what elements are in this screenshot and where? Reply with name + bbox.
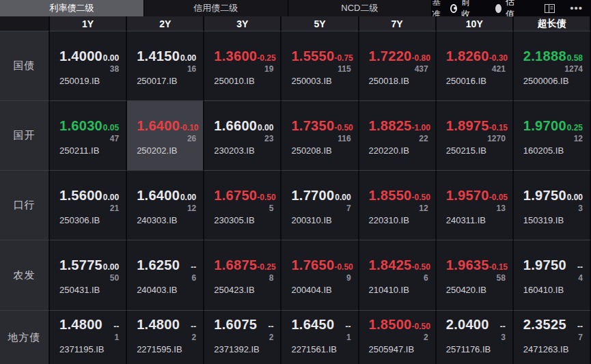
bond-cell[interactable]: 1.8825-1.0022220220.IB	[359, 101, 437, 171]
bond-code: 210410.IB	[369, 285, 428, 295]
change-value: 0.05	[103, 123, 119, 132]
bond-code: 250215.IB	[446, 145, 506, 156]
bond-cell[interactable]: 1.6400-0.1026250202.IB	[127, 101, 204, 171]
yield-value: 1.5550	[291, 48, 334, 64]
row-header[interactable]: 口行	[0, 171, 50, 240]
panel-layout-icon[interactable]	[545, 4, 555, 13]
row-header[interactable]: 地方债	[0, 311, 50, 364]
bond-code: 250017.IB	[137, 76, 196, 86]
yield-value: 1.4000	[59, 48, 102, 64]
yield-value: 1.5600	[59, 188, 102, 204]
bond-cell[interactable]: 1.4800--12371195.IB	[50, 311, 127, 364]
bond-code: 2371195.IB	[59, 344, 119, 354]
change-value: -0.50	[412, 193, 430, 202]
tab-rates-secondary[interactable]: 利率债二级	[0, 0, 144, 16]
bond-cell[interactable]: 1.8550-0.5012220310.IB	[359, 171, 437, 240]
bond-cell[interactable]: 1.8500-0.5022505947.IB	[359, 311, 437, 364]
bond-cell[interactable]: 1.5550-0.75115250003.IB	[281, 31, 359, 101]
change-value: --	[577, 262, 583, 272]
column-header-1y[interactable]: 1Y	[50, 16, 127, 31]
bond-code: 220310.IB	[369, 215, 428, 225]
bond-cell[interactable]: 1.60300.0547250211.IB	[50, 101, 127, 171]
radio-unselected-icon	[495, 4, 501, 13]
bond-cell[interactable]: 1.40000.0038250019.IB	[50, 31, 127, 101]
bond-cell[interactable]: 1.6450--12271561.IB	[281, 311, 359, 364]
cell-top-line: 1.9635-0.15	[446, 257, 506, 273]
cell-top-line: 1.66000.00	[214, 118, 273, 134]
bond-cell[interactable]: 1.9635-0.1558250420.IB	[437, 240, 514, 311]
yield-value: 1.9570	[446, 188, 489, 204]
column-header-2y[interactable]: 2Y	[127, 16, 204, 31]
cell-top-line: 1.40000.00	[59, 48, 119, 64]
change-value: -0.50	[334, 123, 353, 132]
bond-code: 250202.IB	[137, 145, 196, 156]
bond-cell[interactable]: 1.8260-0.30421250016.IB	[437, 31, 514, 101]
more-icon[interactable]: •••	[570, 5, 583, 12]
bond-code: 250016.IB	[446, 76, 506, 86]
bond-cell[interactable]: 1.41500.0016250017.IB	[127, 31, 204, 101]
yield-value: 1.9635	[446, 257, 489, 273]
column-header-10y[interactable]: 10Y	[437, 16, 514, 31]
bond-cell[interactable]: 1.7350-0.50116250208.IB	[281, 101, 359, 171]
bond-cell[interactable]: 1.9570-0.0513240311.IB	[437, 171, 514, 240]
cell-top-line: 1.97000.25	[523, 118, 583, 134]
column-header-超长债[interactable]: 超长债	[514, 16, 591, 31]
tab-credit-secondary[interactable]: 信用债二级	[144, 0, 288, 16]
bond-cell[interactable]: 1.66000.0023230203.IB	[204, 101, 281, 171]
volume-value: 7	[291, 204, 351, 214]
change-value: -0.25	[257, 53, 275, 63]
bond-cell[interactable]: 1.97500.003150319.IB	[514, 171, 591, 240]
cell-top-line: 1.60300.05	[59, 118, 119, 134]
bond-cell[interactable]: 1.97000.2512160205.IB	[514, 101, 591, 171]
change-value: --	[113, 322, 119, 331]
bond-cell[interactable]: 1.6250--6240403.IB	[127, 240, 204, 311]
bond-cell[interactable]: 1.64000.0012240303.IB	[127, 171, 204, 240]
volume-value: 12	[137, 204, 196, 214]
column-header-corner	[0, 16, 50, 31]
bond-code: 230203.IB	[214, 145, 273, 156]
row-header[interactable]: 国债	[0, 31, 50, 101]
bond-cell[interactable]: 1.6750-0.505230305.IB	[204, 171, 281, 240]
bond-cell[interactable]: 1.9750--4160410.IB	[514, 240, 591, 311]
cell-top-line: 1.77000.00	[291, 188, 351, 204]
yield-value: 1.8550	[369, 188, 412, 204]
row-header[interactable]: 农发	[0, 240, 50, 311]
bond-cell[interactable]: 1.6875-0.258250423.IB	[204, 240, 281, 311]
volume-value: 5	[214, 204, 273, 214]
yield-value: 1.8500	[369, 317, 412, 333]
change-value: 0.00	[103, 193, 119, 202]
column-header-3y[interactable]: 3Y	[204, 16, 281, 31]
yield-value: 1.9700	[523, 118, 566, 134]
bond-cell[interactable]: 2.18880.5812742500006.IB	[514, 31, 591, 101]
change-value: 0.00	[335, 193, 351, 202]
row-header[interactable]: 国开	[0, 101, 50, 171]
change-value: -0.15	[489, 262, 508, 272]
bond-cell[interactable]: 1.4800--22271595.IB	[127, 311, 204, 364]
bond-cell[interactable]: 2.3525--72471263.IB	[514, 311, 591, 364]
bond-cell[interactable]: 1.77000.007200310.IB	[281, 171, 359, 240]
bond-cell[interactable]: 1.7220-0.80437250018.IB	[359, 31, 437, 101]
cell-top-line: 1.7220-0.80	[369, 48, 428, 64]
bond-cell[interactable]: 1.57750.0050250431.IB	[50, 240, 127, 311]
bond-code: 250420.IB	[446, 285, 506, 295]
column-header-5y[interactable]: 5Y	[281, 16, 359, 31]
bond-cell[interactable]: 1.7650-0.509200404.IB	[281, 240, 359, 311]
volume-value: 2	[137, 333, 196, 343]
yield-value: 2.0400	[446, 317, 489, 333]
yield-value: 1.8975	[446, 118, 489, 134]
tab-ncd-secondary[interactable]: NCD二级	[288, 0, 432, 16]
bond-cell[interactable]: 1.3600-0.2519250010.IB	[204, 31, 281, 101]
bond-cell[interactable]: 1.56000.0021250306.IB	[50, 171, 127, 240]
column-header-7y[interactable]: 7Y	[359, 16, 437, 31]
bond-code: 2500006.IB	[523, 76, 583, 86]
bond-cell[interactable]: 1.8975-0.151270250215.IB	[437, 101, 514, 171]
bond-code: 250208.IB	[291, 145, 351, 156]
bond-cell[interactable]: 2.0400--32571176.IB	[437, 311, 514, 364]
volume-value: 12	[369, 204, 428, 214]
volume-value: 26	[137, 134, 196, 144]
volume-value: 3	[446, 333, 506, 343]
change-value: --	[191, 322, 196, 331]
bond-cell[interactable]: 1.8425-0.506210410.IB	[359, 240, 437, 311]
bond-cell[interactable]: 1.6075--22371392.IB	[204, 311, 281, 364]
change-value: -0.50	[257, 193, 275, 202]
